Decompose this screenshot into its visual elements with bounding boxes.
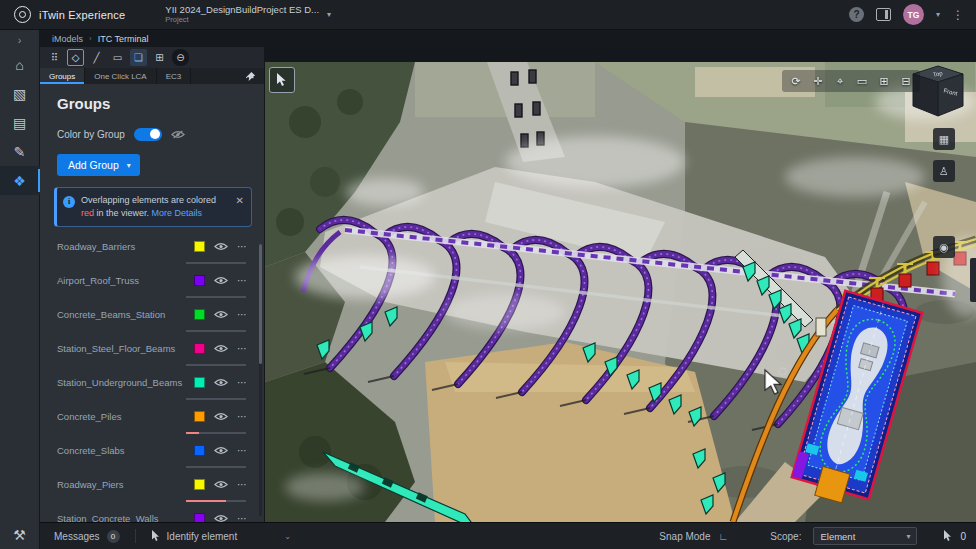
more-options-icon[interactable]: ⋯ (237, 275, 248, 286)
pin-icon[interactable] (245, 68, 264, 84)
add-selection-icon[interactable]: ⊞ (151, 49, 168, 66)
group-name[interactable]: Roadway_Piers (57, 479, 185, 490)
more-options-icon[interactable]: ⋯ (237, 241, 248, 252)
camera-view-icon[interactable]: ◉ (933, 236, 955, 258)
avatar[interactable]: TG (903, 4, 924, 25)
group-row[interactable]: Roadway_Barriers⋯ (40, 234, 264, 258)
layers-tool-icon[interactable]: ❏ (130, 49, 147, 66)
group-name[interactable]: Station_Concrete_Walls (57, 513, 185, 522)
settings-tools-icon[interactable]: ⚒ (0, 520, 40, 549)
navigation-cube[interactable]: Top Front (913, 66, 963, 116)
eye-off-icon[interactable] (171, 125, 185, 143)
group-row[interactable]: Concrete_Beams_Station⋯ (40, 302, 264, 326)
group-color-swatch[interactable] (194, 377, 205, 388)
group-name[interactable]: Concrete_Slabs (57, 445, 185, 456)
group-color-swatch[interactable] (194, 309, 205, 320)
scope-select[interactable]: Element ▾ (813, 527, 917, 545)
visibility-eye-icon[interactable] (214, 310, 228, 319)
viewport-3d-scene[interactable]: Top Front (265, 62, 976, 522)
more-options-icon[interactable]: ⋯ (237, 411, 248, 422)
tab-groups[interactable]: Groups (40, 68, 85, 84)
breadcrumb-imodels[interactable]: iModels (52, 34, 83, 44)
group-color-swatch[interactable] (194, 275, 205, 286)
line-tool-icon[interactable]: ╱ (88, 49, 105, 66)
group-name[interactable]: Roadway_Barriers (57, 241, 185, 252)
group-color-swatch[interactable] (194, 411, 205, 422)
pan-tool-icon[interactable]: ✛ (810, 73, 826, 89)
group-divider (40, 292, 264, 302)
document-icon[interactable]: ▤ (0, 108, 40, 137)
group-name[interactable]: Station_Steel_Floor_Beams (57, 343, 185, 354)
visibility-eye-icon[interactable] (214, 242, 228, 251)
project-switcher[interactable]: YII 2024_DesignBuildProject ES D... Proj… (165, 5, 331, 25)
messages-label[interactable]: Messages (54, 531, 100, 542)
window-zoom-icon[interactable]: ▭ (854, 73, 870, 89)
more-options-icon[interactable]: ⋯ (237, 377, 248, 388)
visibility-eye-icon[interactable] (214, 344, 228, 353)
add-group-button[interactable]: Add Group ▾ (57, 154, 140, 176)
visibility-eye-icon[interactable] (214, 378, 228, 387)
rectangle-tool-icon[interactable]: ▭ (109, 49, 126, 66)
rail-expand-chevron-icon[interactable]: › (0, 30, 40, 50)
more-options-icon[interactable]: ⋯ (237, 445, 248, 456)
group-row[interactable]: Concrete_Piles⋯ (40, 404, 264, 428)
tab-ec3[interactable]: EC3 (157, 68, 192, 84)
alert-red-word: red (81, 208, 94, 218)
help-icon[interactable]: ? (849, 7, 864, 22)
map-layers-icon[interactable]: ▦ (933, 128, 955, 150)
identify-element-label[interactable]: Identify element (167, 531, 238, 542)
viewport-select-tool-button[interactable] (269, 67, 295, 93)
snap-mode-label[interactable]: Snap Mode (659, 531, 710, 542)
visibility-eye-icon[interactable] (214, 276, 228, 285)
close-icon[interactable]: ✕ (236, 194, 244, 209)
chevron-down-icon[interactable]: ⌄ (284, 532, 291, 541)
right-panel-handle[interactable] (970, 258, 976, 302)
more-options-icon[interactable]: ⋯ (237, 479, 248, 490)
view-undo-icon[interactable]: ⊞ (876, 73, 892, 89)
group-color-swatch[interactable] (194, 445, 205, 456)
select-tool-icon[interactable]: ◇ (67, 49, 84, 66)
panel-scrollbar[interactable] (259, 244, 262, 516)
group-color-swatch[interactable] (194, 479, 205, 490)
more-options-icon[interactable]: ⋯ (237, 513, 248, 522)
orbit-tool-icon[interactable]: ⟳ (788, 73, 804, 89)
walk-mode-icon[interactable]: ♙ (933, 160, 955, 182)
markup-tool-icon[interactable]: ✎ (0, 137, 40, 166)
group-row[interactable]: Station_Steel_Floor_Beams⋯ (40, 336, 264, 360)
group-row[interactable]: Roadway_Piers⋯ (40, 472, 264, 496)
group-name[interactable]: Concrete_Beams_Station (57, 309, 185, 320)
group-name[interactable]: Concrete_Piles (57, 411, 185, 422)
map-view-icon[interactable]: ▧ (0, 79, 40, 108)
snap-mode-icon[interactable]: ∟ (719, 531, 729, 542)
remove-selection-icon[interactable]: ⊖ (172, 49, 189, 66)
visibility-eye-icon[interactable] (214, 446, 228, 455)
viewport-3d[interactable]: Top Front (265, 62, 976, 522)
group-name[interactable]: Station_Underground_Beams (57, 377, 185, 388)
group-color-swatch[interactable] (194, 343, 205, 354)
drag-handle-icon[interactable]: ⠿ (46, 49, 63, 66)
group-row[interactable]: Airport_Roof_Truss⋯ (40, 268, 264, 292)
groups-tool-icon[interactable]: ❖ (0, 166, 40, 195)
chevron-down-icon: ▾ (327, 10, 331, 19)
visibility-eye-icon[interactable] (214, 480, 228, 489)
group-color-swatch[interactable] (194, 241, 205, 252)
color-by-group-label: Color by Group (57, 129, 125, 140)
group-color-swatch[interactable] (194, 513, 205, 522)
fit-view-icon[interactable]: ⌖ (832, 73, 848, 89)
group-row[interactable]: Station_Underground_Beams⋯ (40, 370, 264, 394)
more-options-icon[interactable]: ⋯ (237, 309, 248, 320)
visibility-eye-icon[interactable] (214, 412, 228, 421)
color-by-group-toggle[interactable] (134, 128, 162, 141)
tab-one-click-lca[interactable]: One Click LCA (85, 68, 156, 84)
kebab-menu-icon[interactable]: ⋮ (952, 8, 964, 22)
view-redo-icon[interactable]: ⊟ (898, 73, 914, 89)
more-details-link[interactable]: More Details (152, 208, 203, 218)
visibility-eye-icon[interactable] (214, 514, 228, 522)
more-options-icon[interactable]: ⋯ (237, 343, 248, 354)
chevron-down-icon[interactable]: ▾ (936, 10, 940, 19)
panel-toggle-icon[interactable] (876, 8, 891, 21)
group-row[interactable]: Station_Concrete_Walls⋯ (40, 506, 264, 522)
group-row[interactable]: Concrete_Slabs⋯ (40, 438, 264, 462)
home-icon[interactable]: ⌂ (0, 50, 40, 79)
group-name[interactable]: Airport_Roof_Truss (57, 275, 185, 286)
